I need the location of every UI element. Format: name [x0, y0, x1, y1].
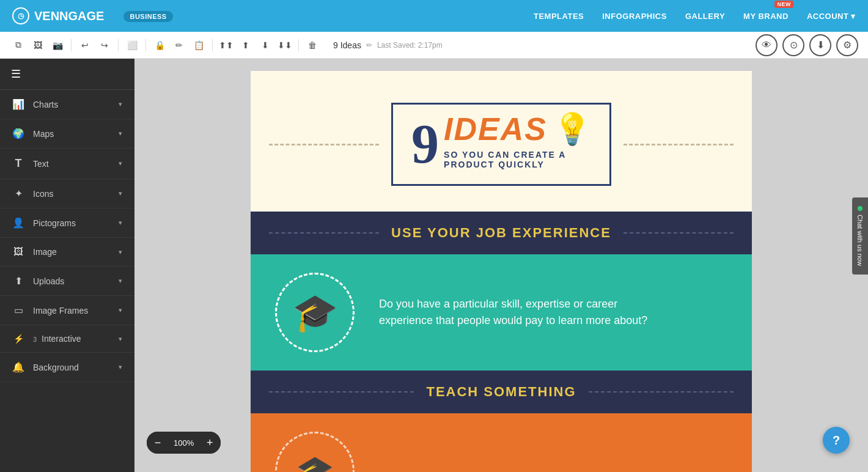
toolbar-edit-btn[interactable]: ✏	[171, 37, 188, 54]
toolbar-up-btn[interactable]: ⬆	[237, 37, 254, 54]
banner-dashes-right	[623, 232, 734, 234]
job-experience-banner: USE YOUR JOB EXPERIENCE	[251, 212, 752, 254]
toolbar-frame-btn[interactable]: ⬜	[123, 37, 141, 54]
sidebar-item-image-frames[interactable]: ▭ Image Frames ▾	[0, 296, 134, 325]
nav-account[interactable]: ACCOUNT ▾	[807, 12, 856, 21]
toolbar-undo-btn[interactable]: ↩	[76, 37, 94, 54]
pictograms-label: Pictograms	[33, 218, 76, 228]
chat-label: Chat with us now	[856, 215, 864, 266]
interactive-label: 3 Interactive	[33, 334, 81, 344]
toolbar-duplicate-btn[interactable]: ⧉	[10, 37, 27, 54]
toolbar-delete-btn[interactable]: 🗑	[304, 37, 321, 54]
chat-online-dot	[858, 206, 862, 211]
text-chevron-icon: ▾	[119, 160, 122, 168]
job-experience-title: USE YOUR JOB EXPERIENCE	[391, 225, 611, 241]
charts-label: Charts	[33, 100, 58, 109]
charts-chevron-icon: ▾	[119, 100, 122, 108]
title-box: 9 IDEAS 💡 SO YOU CAN CREATE APRODUCT QUI…	[391, 103, 611, 186]
sidebar-item-uploads[interactable]: ⬆ Uploads ▾	[0, 267, 134, 296]
sidebar-item-pictograms[interactable]: 👤 Pictograms ▾	[0, 208, 134, 238]
maps-icon: 🌍	[12, 128, 24, 139]
top-navigation: ◷ VENNGAGE BUSINESS TEMPLATES INFOGRAPHI…	[0, 0, 868, 32]
sidebar-item-text[interactable]: T Text ▾	[0, 149, 134, 179]
nav-gallery[interactable]: GALLERY	[685, 12, 725, 21]
teach-icon-circle: 🎓	[275, 432, 355, 472]
image-frames-label: Image Frames	[33, 306, 88, 315]
image-icon: 🖼	[12, 246, 24, 257]
sidebar-item-interactive[interactable]: ⚡ 3 Interactive ▾	[0, 325, 134, 353]
image-frames-icon: ▭	[12, 304, 24, 316]
interactive-chevron-icon: ▾	[119, 335, 122, 343]
toolbar-copy-btn[interactable]: 📋	[190, 37, 207, 54]
maps-chevron-icon: ▾	[119, 130, 122, 138]
toolbar-left-buttons: ⧉ 🖼 📷 ↩ ↪ ⬜ 🔒 ✏ 📋 ⬆⬆ ⬆ ⬇ ⬇⬇ 🗑	[10, 37, 321, 54]
nav-templates[interactable]: TEMPLATES	[534, 12, 584, 21]
toolbar-separator-5	[298, 39, 299, 51]
text-icon: T	[12, 157, 24, 170]
job-experience-text: Do you have a particular skill, expertis…	[379, 296, 647, 329]
toolbar-title: 9 Ideas	[333, 40, 361, 50]
toolbar-view-btn[interactable]: 👁	[756, 34, 778, 56]
nav-infographics[interactable]: INFOGRAPHICS	[602, 12, 667, 21]
toolbar-top-btn[interactable]: ⬆⬆	[218, 37, 235, 54]
banner-dashes-left	[269, 232, 379, 234]
interactive-icon: ⚡	[12, 334, 24, 344]
lightbulb-icon: 💡	[553, 111, 591, 147]
toolbar-separator-1	[71, 39, 72, 51]
title-number: 9	[411, 117, 439, 172]
nav-my-brand[interactable]: MY BRAND NEW	[743, 12, 789, 21]
pictograms-chevron-icon: ▾	[119, 219, 122, 227]
zoom-level: 100%	[169, 438, 199, 448]
canvas-area[interactable]: 9 IDEAS 💡 SO YOU CAN CREATE APRODUCT QUI…	[134, 59, 868, 472]
title-subtitle: SO YOU CAN CREATE APRODUCT QUICKLY	[444, 150, 591, 169]
image-frames-chevron-icon: ▾	[119, 306, 122, 314]
toolbar-image-btn[interactable]: 🖼	[29, 37, 46, 54]
graduation-cap-icon: 🎓	[292, 291, 338, 334]
interactive-badge: 3	[33, 336, 37, 343]
sidebar-item-charts[interactable]: 📊 Charts ▾	[0, 90, 134, 119]
toolbar-center: 9 Ideas ✏ Last Saved: 2:17pm	[333, 40, 443, 50]
hamburger-button[interactable]: ☰	[7, 64, 127, 84]
toolbar-redo-btn[interactable]: ↪	[96, 37, 113, 54]
logo-text: VENNGAGE	[34, 9, 104, 23]
logo-icon: ◷	[12, 7, 29, 24]
zoom-out-button[interactable]: −	[147, 432, 169, 454]
toolbar-lock-btn[interactable]: 🔒	[151, 37, 168, 54]
icons-icon: ✦	[12, 188, 24, 199]
chat-widget[interactable]: Chat with us now	[852, 197, 868, 275]
maps-label: Maps	[33, 129, 54, 139]
zoom-in-button[interactable]: +	[199, 432, 221, 454]
business-badge[interactable]: BUSINESS	[123, 11, 172, 22]
toolbar-title-edit-icon[interactable]: ✏	[366, 41, 372, 50]
toolbar-separator-4	[212, 39, 213, 51]
sidebar-item-icons[interactable]: ✦ Icons ▾	[0, 179, 134, 208]
zoom-controls: − 100% +	[147, 432, 221, 454]
sidebar-item-image[interactable]: 🖼 Image ▾	[0, 238, 134, 267]
help-button[interactable]: ?	[823, 427, 850, 454]
toolbar-photo-btn[interactable]: 📷	[49, 37, 66, 54]
image-chevron-icon: ▾	[119, 248, 122, 256]
uploads-label: Uploads	[33, 276, 64, 286]
text-label: Text	[33, 159, 49, 169]
toolbar-share-btn[interactable]: ⊙	[782, 34, 804, 56]
toolbar-bottom-btn[interactable]: ⬇⬇	[276, 37, 293, 54]
sidebar-item-maps[interactable]: 🌍 Maps ▾	[0, 119, 134, 149]
toolbar-down-btn[interactable]: ⬇	[257, 37, 274, 54]
infographic: 9 IDEAS 💡 SO YOU CAN CREATE APRODUCT QUI…	[251, 71, 752, 472]
dashed-line-left	[269, 144, 379, 146]
teach-banner-dashes-right	[589, 391, 734, 393]
sidebar-item-background[interactable]: 🔔 Background ▾	[0, 353, 134, 382]
teach-icon: 🎓	[296, 454, 334, 472]
toolbar-separator-3	[145, 39, 146, 51]
logo[interactable]: ◷ VENNGAGE	[12, 7, 104, 24]
toolbar: ⧉ 🖼 📷 ↩ ↪ ⬜ 🔒 ✏ 📋 ⬆⬆ ⬆ ⬇ ⬇⬇ 🗑 9 Ideas ✏ …	[0, 32, 868, 59]
toolbar-separator-2	[118, 39, 119, 51]
sidebar: ☰ 📊 Charts ▾ 🌍 Maps ▾ T Text ▾	[0, 59, 134, 472]
pictograms-icon: 👤	[12, 217, 24, 229]
job-experience-body: 🎓 Do you have a particular skill, expert…	[251, 254, 752, 371]
uploads-icon: ⬆	[12, 275, 24, 287]
toolbar-download-btn[interactable]: ⬇	[809, 34, 831, 56]
toolbar-settings-btn[interactable]: ⚙	[836, 34, 858, 56]
teach-something-body: 🎓	[251, 413, 752, 472]
title-ideas-text: IDEAS	[444, 111, 547, 147]
